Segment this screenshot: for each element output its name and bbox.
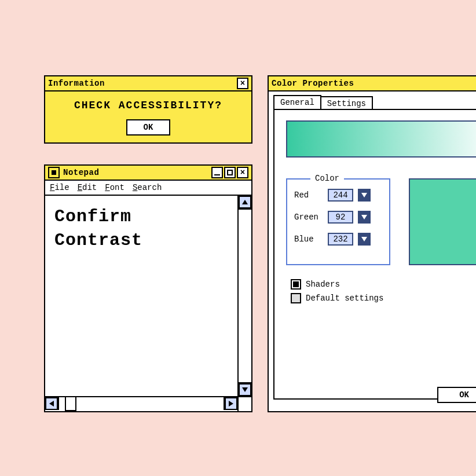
scroll-up-button[interactable] bbox=[239, 196, 251, 208]
maximize-icon bbox=[227, 170, 233, 175]
editor-text[interactable]: Confirm Contrast bbox=[54, 205, 234, 393]
menu-search[interactable]: Search bbox=[133, 183, 162, 192]
window-title: Notepad bbox=[63, 168, 210, 177]
scroll-track[interactable] bbox=[239, 208, 251, 383]
resize-grip[interactable] bbox=[237, 397, 251, 411]
color-swatch bbox=[409, 178, 476, 265]
chevron-down-icon bbox=[361, 193, 367, 197]
channel-row-green: Green 92 bbox=[294, 211, 382, 224]
chevron-down-icon bbox=[361, 215, 367, 219]
editor-area[interactable]: Confirm Contrast bbox=[45, 196, 251, 410]
titlebar[interactable]: Information × bbox=[45, 76, 251, 91]
ok-button[interactable]: OK bbox=[437, 387, 476, 403]
minimize-button[interactable] bbox=[211, 167, 223, 178]
color-properties-window: Color Properties General Settings Color … bbox=[268, 75, 476, 412]
channel-row-blue: Blue 232 bbox=[294, 233, 382, 246]
tab-settings[interactable]: Settings bbox=[320, 96, 373, 110]
checkbox-icon bbox=[291, 279, 301, 290]
chevron-up-icon bbox=[242, 200, 248, 204]
green-dropdown-button[interactable] bbox=[358, 211, 371, 224]
chevron-down-icon bbox=[242, 387, 248, 392]
tab-panel: Color Red 244 Green 92 Blue 232 Shaders bbox=[273, 109, 476, 400]
checkbox-label: Default settings bbox=[306, 294, 383, 303]
close-button[interactable]: × bbox=[237, 78, 248, 89]
green-input[interactable]: 92 bbox=[328, 211, 353, 224]
scroll-track[interactable] bbox=[58, 397, 225, 410]
color-fieldset: Color Red 244 Green 92 Blue 232 bbox=[286, 178, 390, 265]
horizontal-scrollbar[interactable] bbox=[45, 396, 251, 410]
channel-row-red: Red 244 bbox=[294, 189, 382, 202]
scroll-down-button[interactable] bbox=[239, 383, 251, 396]
dialog-message: CHECK ACCESSIBILITY? bbox=[45, 91, 251, 119]
channel-label: Red bbox=[294, 191, 323, 200]
gradient-preview bbox=[286, 120, 476, 158]
menu-edit[interactable]: Edit bbox=[78, 183, 97, 192]
window-title: Color Properties bbox=[272, 79, 476, 88]
blue-dropdown-button[interactable] bbox=[358, 233, 371, 246]
scroll-left-button[interactable] bbox=[45, 397, 58, 410]
channel-label: Blue bbox=[294, 235, 323, 244]
red-dropdown-button[interactable] bbox=[358, 189, 371, 202]
checkbox-label: Shaders bbox=[306, 280, 340, 289]
information-dialog: Information × CHECK ACCESSIBILITY? OK bbox=[44, 75, 252, 144]
ok-button[interactable]: OK bbox=[126, 119, 171, 136]
minimize-icon bbox=[214, 174, 220, 175]
menu-bar: File Edit Font Search bbox=[45, 181, 251, 196]
titlebar[interactable]: Color Properties bbox=[269, 76, 476, 91]
chevron-left-icon bbox=[49, 401, 54, 407]
checkbox-icon bbox=[291, 293, 301, 303]
close-icon: × bbox=[240, 79, 245, 87]
tab-strip: General Settings bbox=[269, 91, 476, 109]
channel-label: Green bbox=[294, 213, 323, 222]
blue-input[interactable]: 232 bbox=[328, 233, 353, 246]
close-icon: × bbox=[240, 169, 245, 177]
system-menu-icon[interactable] bbox=[48, 167, 60, 178]
shaders-checkbox[interactable]: Shaders bbox=[291, 279, 383, 290]
tab-general[interactable]: General bbox=[273, 95, 321, 109]
maximize-button[interactable] bbox=[224, 167, 236, 178]
fieldset-legend: Color bbox=[310, 174, 344, 183]
default-settings-checkbox[interactable]: Default settings bbox=[291, 293, 383, 303]
menu-font[interactable]: Font bbox=[105, 183, 125, 192]
chevron-right-icon bbox=[229, 401, 233, 407]
red-input[interactable]: 244 bbox=[328, 189, 353, 202]
notepad-window: Notepad × File Edit Font Search Confirm … bbox=[44, 164, 252, 412]
scroll-thumb[interactable] bbox=[65, 396, 76, 411]
close-button[interactable]: × bbox=[237, 167, 248, 178]
menu-file[interactable]: File bbox=[50, 183, 69, 192]
checkbox-group: Shaders Default settings bbox=[291, 279, 383, 307]
window-title: Information bbox=[48, 79, 236, 88]
scroll-right-button[interactable] bbox=[225, 397, 237, 410]
titlebar[interactable]: Notepad × bbox=[45, 166, 251, 181]
chevron-down-icon bbox=[361, 237, 367, 241]
vertical-scrollbar[interactable] bbox=[237, 196, 251, 396]
